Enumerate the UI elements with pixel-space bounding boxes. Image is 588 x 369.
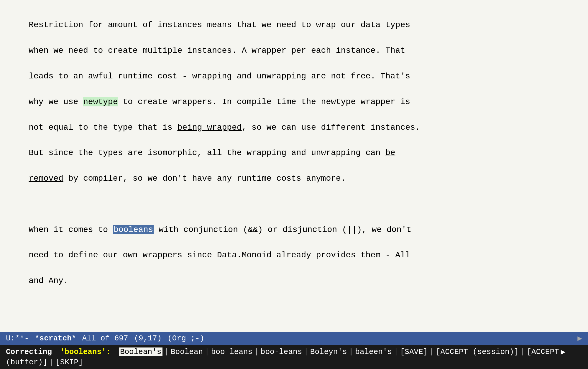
correction-option-boolean[interactable]: Boolean xyxy=(171,347,203,356)
correction-option-boo-leans2[interactable]: boo-leans xyxy=(261,347,302,356)
editor-content: Restriction for amount of instances mean… xyxy=(9,6,579,300)
status-right-arrow-icon: ▶ xyxy=(577,334,582,343)
editor-area: Restriction for amount of instances mean… xyxy=(0,0,588,332)
paragraph2-line3: and Any. xyxy=(29,276,68,285)
correction-line1: Correcting 'booleans': Boolean's | Boole… xyxy=(0,345,588,357)
being-wrapped-underline: being wrapped xyxy=(177,123,242,132)
accept-buffer-end[interactable]: (buffer)] xyxy=(6,358,47,367)
correction-label: Correcting xyxy=(6,347,52,356)
sep4: | xyxy=(304,347,308,356)
correction-option-boleyns[interactable]: Boleyn's xyxy=(310,347,347,356)
paragraph1-line4-pre: why we use xyxy=(29,97,83,106)
status-mode-name: (Org ;-) xyxy=(167,334,204,343)
sep2: | xyxy=(205,347,209,356)
booleans-highlight: booleans xyxy=(113,225,154,234)
be-underline: be xyxy=(385,148,395,157)
status-mode: U:**- xyxy=(6,334,29,343)
correction-line2: (buffer)] | [SKIP] xyxy=(0,357,588,369)
correction-word: 'booleans': xyxy=(60,347,111,356)
correction-right-arrow: ▶ xyxy=(561,347,566,357)
paragraph2-line1-pre: When it comes to xyxy=(29,225,113,234)
paragraph2-line2: need to define our own wrappers since Da… xyxy=(29,251,410,260)
save-action[interactable]: [SAVE] xyxy=(400,347,428,356)
paragraph1-line5-post: , so we can use different instances. xyxy=(242,123,420,132)
paragraph1-line5-pre: not equal to the type that is xyxy=(29,123,177,132)
status-cursor: (9,17) xyxy=(134,334,162,343)
accept-session-action[interactable]: [ACCEPT (session)] xyxy=(436,347,519,356)
correction-option-boo-leans[interactable]: boo leans xyxy=(211,347,252,356)
removed-underline: removed xyxy=(29,174,63,183)
paragraph1-line4-post: to create wrappers. In compile time the … xyxy=(118,97,410,106)
status-bar: U:**- *scratch* All of 697 (9,17) (Org ;… xyxy=(0,332,588,345)
correction-space xyxy=(54,347,58,356)
correction-option-booleans-highlight[interactable]: Boolean's xyxy=(119,347,162,356)
paragraph1-line2: when we need to create multiple instance… xyxy=(29,46,405,55)
status-position: All of 697 xyxy=(82,334,128,343)
sep5: | xyxy=(349,347,354,356)
paragraph1-line3: leads to an awful runtime cost - wrappin… xyxy=(29,72,410,81)
correction-container: Correcting 'booleans': Boolean's | Boole… xyxy=(0,345,588,369)
accept-buffer-action-start[interactable]: [ACCEPT xyxy=(527,347,559,356)
sep7: | xyxy=(429,347,434,356)
paragraph1-line1: Restriction for amount of instances mean… xyxy=(29,20,410,29)
paragraph1-line7-post: by compiler, so we don't have any runtim… xyxy=(63,174,346,183)
paragraph2-line1-post: with conjunction (&&) or disjunction (||… xyxy=(154,225,411,234)
status-buffer: *scratch* xyxy=(35,334,76,343)
sep1: | xyxy=(164,347,169,356)
correction-space2 xyxy=(112,347,117,356)
correction-option-baleens[interactable]: baleen's xyxy=(355,347,392,356)
newtype-highlight: newtype xyxy=(83,97,118,106)
sep3: | xyxy=(254,347,259,356)
skip-action[interactable]: [SKIP] xyxy=(55,358,83,367)
paragraph1-line6-pre: But since the types are isomorphic, all … xyxy=(29,148,385,157)
sep8: | xyxy=(520,347,525,356)
sep6: | xyxy=(394,347,398,356)
sep9: | xyxy=(49,358,54,367)
